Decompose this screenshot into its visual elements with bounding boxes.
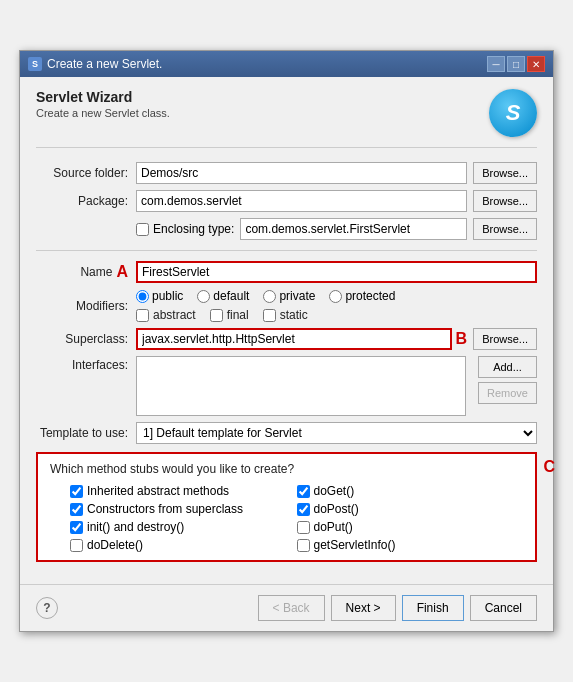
title-bar-controls: ─ □ ✕ (487, 56, 545, 72)
servlet-icon: S (28, 57, 42, 71)
divider-1 (36, 250, 537, 251)
modifier-static[interactable]: static (263, 308, 308, 322)
source-folder-row: Source folder: Browse... (36, 162, 537, 184)
name-label-container: Name A (36, 263, 136, 281)
modifiers-container: public default private protected (136, 289, 395, 322)
package-input[interactable] (136, 190, 467, 212)
source-folder-input[interactable] (136, 162, 467, 184)
dialog-window: S Create a new Servlet. ─ □ ✕ Servlet Wi… (19, 50, 554, 632)
modifier-default[interactable]: default (197, 289, 249, 303)
package-label: Package: (36, 194, 136, 208)
method-stubs-section: Which method stubs would you like to cre… (36, 452, 537, 562)
name-input[interactable] (136, 261, 537, 283)
stub-dodelete[interactable]: doDelete() (70, 538, 277, 552)
modifier-abstract-checkbox[interactable] (136, 309, 149, 322)
name-annotation: A (116, 263, 128, 281)
title-bar: S Create a new Servlet. ─ □ ✕ (20, 51, 553, 77)
wizard-logo: S (489, 89, 537, 137)
help-button[interactable]: ? (36, 597, 58, 619)
superclass-row: Superclass: B Browse... (36, 328, 537, 350)
stub-inherited-abstract-methods[interactable]: Inherited abstract methods (70, 484, 277, 498)
interfaces-label: Interfaces: (36, 358, 136, 372)
close-button[interactable]: ✕ (527, 56, 545, 72)
modifier-protected[interactable]: protected (329, 289, 395, 303)
superclass-label-container: Superclass: (36, 332, 136, 346)
superclass-input[interactable] (136, 328, 452, 350)
title-bar-left: S Create a new Servlet. (28, 57, 162, 71)
modifiers-checkbox-row: abstract final static (136, 308, 395, 322)
template-row: Template to use: 1] Default template for… (36, 422, 537, 444)
modifier-default-radio[interactable] (197, 290, 210, 303)
modifiers-radio-row: public default private protected (136, 289, 395, 303)
modifier-final[interactable]: final (210, 308, 249, 322)
package-browse-button[interactable]: Browse... (473, 190, 537, 212)
modifier-private-radio[interactable] (263, 290, 276, 303)
modifier-static-checkbox[interactable] (263, 309, 276, 322)
enclosing-type-checkbox-label[interactable]: Enclosing type: (136, 222, 234, 236)
wizard-subtitle: Create a new Servlet class. (36, 107, 170, 119)
stub-constructors[interactable]: Constructors from superclass (70, 502, 277, 516)
superclass-browse-button[interactable]: Browse... (473, 328, 537, 350)
name-label: Name (80, 265, 112, 279)
stub-getservletinfo[interactable]: getServletInfo() (297, 538, 504, 552)
superclass-label: Superclass: (65, 332, 128, 346)
wizard-header: Servlet Wizard Create a new Servlet clas… (36, 89, 537, 148)
stubs-grid: Inherited abstract methods doGet() Const… (50, 484, 523, 552)
wizard-title: Servlet Wizard (36, 89, 170, 105)
modifier-private[interactable]: private (263, 289, 315, 303)
template-select[interactable]: 1] Default template for Servlet (136, 422, 537, 444)
stub-init-destroy[interactable]: init() and destroy() (70, 520, 277, 534)
interfaces-row: Interfaces: Add... Remove (36, 356, 537, 416)
title-bar-text: Create a new Servlet. (47, 57, 162, 71)
stub-doput[interactable]: doPut() (297, 520, 504, 534)
stub-constructors-checkbox[interactable] (70, 503, 83, 516)
stub-dodelete-checkbox[interactable] (70, 539, 83, 552)
modifier-public-radio[interactable] (136, 290, 149, 303)
stub-dopost-checkbox[interactable] (297, 503, 310, 516)
interfaces-add-button[interactable]: Add... (478, 356, 537, 378)
modifier-protected-radio[interactable] (329, 290, 342, 303)
finish-button[interactable]: Finish (402, 595, 464, 621)
stub-getservletinfo-checkbox[interactable] (297, 539, 310, 552)
stub-init-destroy-checkbox[interactable] (70, 521, 83, 534)
modifiers-label: Modifiers: (36, 299, 136, 313)
minimize-button[interactable]: ─ (487, 56, 505, 72)
template-label: Template to use: (36, 426, 136, 440)
next-button[interactable]: Next > (331, 595, 396, 621)
maximize-button[interactable]: □ (507, 56, 525, 72)
stub-doput-checkbox[interactable] (297, 521, 310, 534)
interfaces-buttons: Add... Remove (472, 356, 537, 404)
name-row: Name A (36, 261, 537, 283)
enclosing-type-checkbox[interactable] (136, 223, 149, 236)
enclosing-type-browse-button[interactable]: Browse... (473, 218, 537, 240)
method-stubs-annotation: C (543, 458, 555, 476)
form-section: Source folder: Browse... Package: Browse… (36, 162, 537, 444)
bottom-left: ? (36, 597, 58, 619)
modifiers-row: Modifiers: public default pr (36, 289, 537, 322)
stub-doget[interactable]: doGet() (297, 484, 504, 498)
bottom-right: < Back Next > Finish Cancel (258, 595, 537, 621)
cancel-button[interactable]: Cancel (470, 595, 537, 621)
superclass-annotation: B (456, 330, 468, 348)
stub-doget-checkbox[interactable] (297, 485, 310, 498)
source-folder-label: Source folder: (36, 166, 136, 180)
enclosing-type-input[interactable] (240, 218, 467, 240)
bottom-bar: ? < Back Next > Finish Cancel (20, 584, 553, 631)
enclosing-type-row: Enclosing type: Browse... (36, 218, 537, 240)
package-row: Package: Browse... (36, 190, 537, 212)
wizard-header-text: Servlet Wizard Create a new Servlet clas… (36, 89, 170, 119)
interfaces-remove-button[interactable]: Remove (478, 382, 537, 404)
stub-dopost[interactable]: doPost() (297, 502, 504, 516)
back-button[interactable]: < Back (258, 595, 325, 621)
dialog-content: Servlet Wizard Create a new Servlet clas… (20, 77, 553, 574)
modifier-public[interactable]: public (136, 289, 183, 303)
modifier-final-checkbox[interactable] (210, 309, 223, 322)
enclosing-type-label-text: Enclosing type: (153, 222, 234, 236)
stub-inherited-abstract-checkbox[interactable] (70, 485, 83, 498)
interfaces-textarea[interactable] (136, 356, 466, 416)
source-folder-browse-button[interactable]: Browse... (473, 162, 537, 184)
method-stubs-question: Which method stubs would you like to cre… (50, 462, 523, 476)
modifier-abstract[interactable]: abstract (136, 308, 196, 322)
